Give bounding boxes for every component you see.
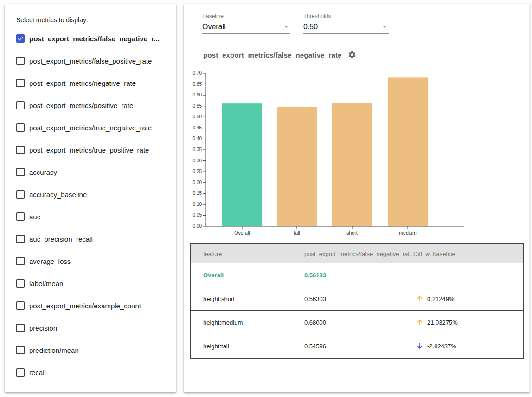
diff-cell: -2.82437% xyxy=(413,342,523,350)
thresholds-select-label: Thresholds xyxy=(303,13,389,20)
bar-tall xyxy=(277,107,317,226)
y-tick-label: 0.15 xyxy=(193,191,202,196)
metric-label: post_export_metrics/false_positive_rate xyxy=(29,57,152,65)
metric-checkbox[interactable] xyxy=(16,79,25,87)
metric-checkbox[interactable] xyxy=(16,101,25,109)
metric-label: post_export_metrics/true_positive_rate xyxy=(29,146,149,154)
x-tick-label: medium xyxy=(399,230,417,236)
diff-value: 0.21249% xyxy=(427,295,455,302)
metric-checkbox[interactable] xyxy=(16,324,25,332)
feature-cell: Overall xyxy=(191,272,304,279)
baseline-select[interactable]: Baseline Overall xyxy=(202,13,290,34)
metric-label: recall xyxy=(29,369,46,377)
y-tick-label: 0.55 xyxy=(193,103,202,109)
metric-checkbox[interactable] xyxy=(16,146,25,154)
thresholds-select[interactable]: Thresholds 0.50 xyxy=(303,13,389,34)
gear-icon[interactable] xyxy=(348,51,356,59)
sidebar-header: Select metrics to display: xyxy=(16,16,88,24)
metric-label: post_export_metrics/negative_rate xyxy=(29,79,136,87)
metric-value-cell: 0.54596 xyxy=(304,343,413,350)
metric-checkbox[interactable] xyxy=(16,57,25,65)
table-row: Overall0.56183 xyxy=(191,263,523,287)
metric-list-item[interactable]: prediction/mean xyxy=(5,339,176,361)
table-row: height:medium0.6800021.03275% xyxy=(191,310,523,334)
metric-list-item[interactable]: post_export_metrics/true_positive_rate xyxy=(5,139,176,161)
metric-label: post_export_metrics/example_count xyxy=(29,302,141,310)
diff-value: 21.03275% xyxy=(427,319,458,326)
y-tick-label: 0.35 xyxy=(193,147,202,152)
metric-label: auc_precision_recall xyxy=(29,235,93,243)
baseline-select-value: Overall xyxy=(202,23,226,31)
table-row: height:tall0.54596-2.82437% xyxy=(191,334,523,358)
metric-list-item[interactable]: label/mean xyxy=(5,272,176,295)
feature-cell: height:tall xyxy=(191,343,304,350)
metric-list-item[interactable]: precision xyxy=(5,317,176,339)
metric-list-item[interactable]: post_export_metrics/example_count xyxy=(5,295,176,317)
metric-checkbox[interactable] xyxy=(16,168,25,176)
table-row: height:short0.563030.21249% xyxy=(191,287,523,310)
metric-label: auc xyxy=(29,213,40,221)
metric-value-cell: 0.68000 xyxy=(304,319,413,326)
metric-list: post_export_metrics/false_negative_r...p… xyxy=(5,27,176,384)
metric-checkbox[interactable] xyxy=(16,212,25,221)
dropdown-arrow-icon[interactable] xyxy=(382,26,387,28)
metrics-sidebar: Select metrics to display: post_export_m… xyxy=(5,4,176,392)
metric-list-item[interactable]: post_export_metrics/true_negative_rate xyxy=(5,116,176,139)
metric-checkbox[interactable] xyxy=(16,235,25,243)
y-tick-label: 0.40 xyxy=(193,136,202,141)
metric-checkbox[interactable] xyxy=(16,346,25,354)
metric-list-item[interactable]: auc xyxy=(5,205,176,228)
table-header-row: featurepost_export_metrics/false_negativ… xyxy=(191,244,523,263)
metric-list-item[interactable]: post_export_metrics/negative_rate xyxy=(5,72,176,94)
bar-chart: 0.000.050.100.150.200.250.300.350.400.45… xyxy=(184,69,529,242)
chart-title-row: post_export_metrics/false_negative_rate xyxy=(203,51,356,59)
metric-checkbox[interactable] xyxy=(16,123,25,132)
table-header-feature: feature xyxy=(191,250,304,257)
feature-cell: height:medium xyxy=(191,319,304,326)
x-tick-label: Overall xyxy=(234,230,250,236)
x-tick-label: tall xyxy=(294,230,300,236)
y-tick-label: 0.60 xyxy=(193,92,202,97)
metric-checkbox[interactable] xyxy=(16,301,25,310)
y-tick-label: 0.30 xyxy=(193,158,202,163)
metric-list-item[interactable]: average_loss xyxy=(5,250,176,272)
y-tick-label: 0.50 xyxy=(193,114,202,119)
y-tick-label: 0.70 xyxy=(193,70,202,76)
y-tick-label: 0.65 xyxy=(193,82,202,87)
diff-value: -2.82437% xyxy=(427,343,456,350)
metric-list-item[interactable]: post_export_metrics/positive_rate xyxy=(5,94,176,116)
metric-value-cell: 0.56183 xyxy=(304,272,413,279)
metric-label: precision xyxy=(29,324,57,332)
metric-label: post_export_metrics/false_negative_r... xyxy=(29,35,160,43)
metric-list-item[interactable]: post_export_metrics/false_positive_rate xyxy=(5,50,176,72)
fairness-indicators-page: Select metrics to display: post_export_m… xyxy=(0,0,532,397)
arrow-up-icon xyxy=(416,295,424,303)
metric-list-item[interactable]: auc_precision_recall xyxy=(5,228,176,250)
arrow-up-icon xyxy=(416,318,424,327)
y-tick-label: 0.25 xyxy=(193,169,202,174)
y-tick-label: 0.45 xyxy=(193,125,202,130)
metric-value-cell: 0.56303 xyxy=(304,295,413,302)
metric-list-item[interactable]: accuracy_baseline xyxy=(5,183,176,205)
metric-label: accuracy xyxy=(29,168,57,176)
metric-label: label/mean xyxy=(29,280,63,288)
metric-checkbox[interactable] xyxy=(16,368,25,377)
metric-checkbox[interactable] xyxy=(16,34,25,43)
baseline-select-label: Baseline xyxy=(202,13,290,20)
table-header-diff: Diff. w. baseline xyxy=(413,250,523,257)
metric-list-item[interactable]: accuracy xyxy=(5,161,176,183)
x-tick-label: short xyxy=(346,230,357,236)
thresholds-select-value: 0.50 xyxy=(303,23,318,31)
metrics-table: featurepost_export_metrics/false_negativ… xyxy=(190,243,524,359)
bar-short xyxy=(332,103,372,226)
bar-overall xyxy=(222,103,262,226)
metric-checkbox[interactable] xyxy=(16,190,25,198)
metric-list-item[interactable]: post_export_metrics/false_negative_r... xyxy=(5,27,176,50)
metric-label: accuracy_baseline xyxy=(29,191,87,198)
metric-checkbox[interactable] xyxy=(16,279,25,288)
dropdown-arrow-icon[interactable] xyxy=(284,26,288,28)
metric-checkbox[interactable] xyxy=(16,257,25,265)
chart-title: post_export_metrics/false_negative_rate xyxy=(203,51,342,59)
arrow-down-icon xyxy=(416,342,424,350)
metric-list-item[interactable]: recall xyxy=(5,361,176,384)
